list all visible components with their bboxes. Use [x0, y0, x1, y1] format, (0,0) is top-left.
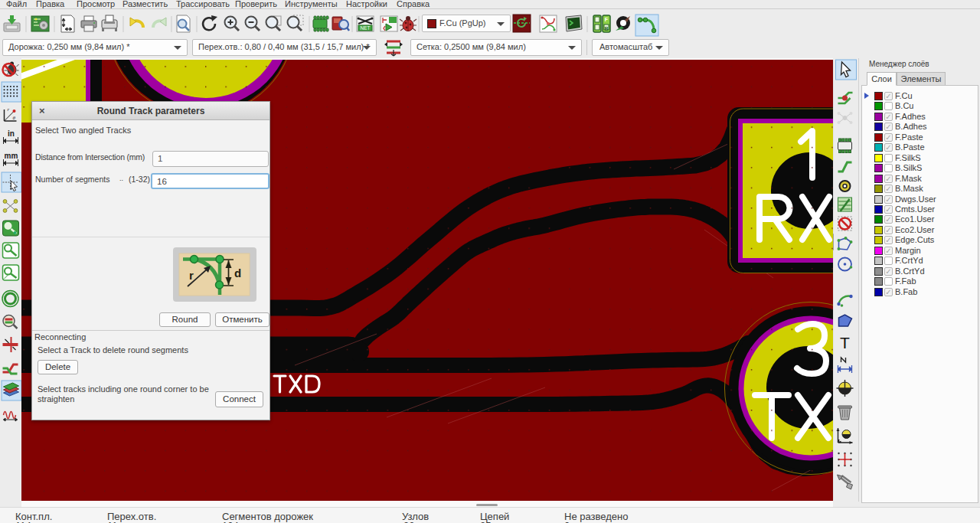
svg-text:mm: mm: [5, 152, 18, 160]
svg-text:r: r: [8, 106, 10, 113]
svg-text:θ: θ: [13, 115, 16, 121]
svg-text:T: T: [840, 334, 850, 351]
svg-text:d: d: [234, 266, 241, 279]
svg-text:r: r: [189, 269, 194, 282]
svg-text:NET: NET: [361, 25, 371, 31]
svg-text:B: B: [604, 26, 608, 31]
svg-text:in: in: [8, 129, 15, 138]
svg-text:F: F: [605, 17, 609, 22]
